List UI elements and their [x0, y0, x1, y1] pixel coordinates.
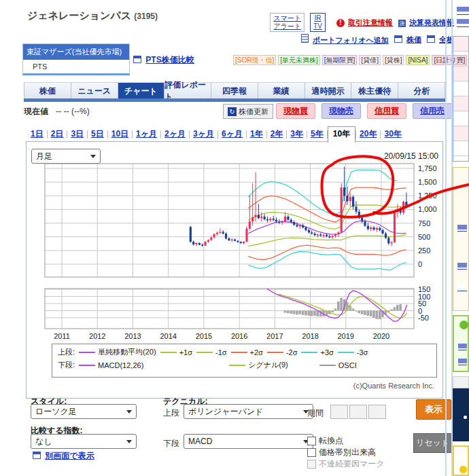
checkbox-box[interactable] — [307, 437, 316, 445]
checkbox-転換点[interactable]: 転換点 — [307, 435, 343, 447]
svg-text:2017: 2017 — [266, 332, 283, 340]
period-30年[interactable]: 30年 — [381, 128, 404, 142]
current-price-row: 現在値 -- -- (--%) — [24, 106, 90, 117]
svg-text:750: 750 — [418, 219, 430, 227]
tab-適時開示[interactable]: 適時開示 — [305, 83, 352, 99]
period-20年[interactable]: 20年 — [356, 128, 380, 142]
popup-window-icon — [427, 35, 435, 43]
legend-label: 単純移動平均(20) — [98, 347, 156, 357]
kabuka-link[interactable]: 株価 — [394, 35, 421, 45]
nav-underline — [24, 98, 445, 102]
period-6ヶ月[interactable]: 6ヶ月 — [218, 128, 246, 142]
legend-item: -3σ — [338, 348, 368, 356]
legend-swatch — [338, 352, 354, 353]
legend-item: -1σ — [196, 348, 227, 356]
style-select[interactable]: ローソク足 — [31, 404, 137, 419]
period-10年[interactable]: 10年 — [328, 126, 355, 143]
stock-chart-page: ジェネレーションパス (3195) スマート アラート IR TV ! 取引注意… — [0, 0, 469, 476]
legend-item: +2σ — [231, 348, 263, 356]
copyright: (c)Quants Research Inc. — [353, 382, 434, 390]
legend-item: 単純移動平均(20) — [79, 347, 156, 357]
document-icon — [301, 34, 309, 43]
current-price-value: -- — [56, 107, 61, 116]
sidebar-row-partial — [453, 37, 468, 52]
compare-select[interactable]: なし — [31, 434, 137, 449]
attribute-tag: [NISA] — [406, 55, 430, 65]
market-selector: 東証マザーズ(当社優先市場) PTS — [22, 43, 130, 75]
period-2年[interactable]: 2年 — [267, 128, 287, 142]
period-5年[interactable]: 5年 — [307, 128, 327, 142]
svg-text:2012: 2012 — [89, 332, 105, 340]
period-3日[interactable]: 3日 — [67, 128, 87, 142]
svg-text:2011: 2011 — [54, 332, 70, 340]
legend-item: -2σ — [267, 348, 298, 356]
portfolio-add-link[interactable]: ポートフォリオへ追加 — [301, 34, 389, 45]
trade-buttons: 現物買現物売信用買信用売 — [276, 103, 452, 119]
market-primary[interactable]: 東証マザーズ(当社優先市場) — [23, 44, 129, 60]
trade-button-信用買[interactable]: 信用買 — [367, 103, 406, 119]
period-1年[interactable]: 1年 — [247, 128, 266, 142]
tab-株価[interactable]: 株価 — [24, 83, 71, 99]
tab-分析[interactable]: 分析 — [398, 83, 445, 99]
attribute-tag: [単元未満株] — [278, 55, 320, 65]
smart-alert-button[interactable]: スマート アラート — [270, 13, 305, 32]
lower-indicator-select[interactable]: MACD — [184, 434, 313, 449]
period-1日[interactable]: 1日 — [27, 128, 47, 142]
tab-株主優待[interactable]: 株主優待 — [351, 83, 398, 99]
period-10日[interactable]: 10日 — [108, 128, 132, 142]
period-1ヶ月[interactable]: 1ヶ月 — [133, 128, 160, 142]
checkbox-box[interactable] — [307, 448, 316, 457]
period-2日[interactable]: 2日 — [48, 128, 67, 142]
svg-text:1,250: 1,250 — [418, 191, 437, 200]
legend-swatch — [319, 365, 336, 366]
sidebar-yellow-box-partial — [453, 445, 469, 476]
open-window-link[interactable]: 別画面で表示 — [33, 450, 94, 462]
legend-swatch — [301, 352, 317, 353]
legend-swatch — [79, 352, 95, 353]
sidebar-row-partial — [453, 81, 468, 96]
caution-link[interactable]: ! 取引注意情報 — [336, 18, 393, 28]
period-param-label: 期間 — [307, 407, 324, 419]
svg-text:2013: 2013 — [124, 332, 141, 340]
ir-tv-button[interactable]: IR TV — [310, 13, 326, 32]
sidebar-link-fragment[interactable] — [457, 7, 469, 15]
attribute-tag: [SOR現・信] — [233, 55, 276, 65]
tab-チャート[interactable]: チャート — [118, 83, 165, 99]
svg-text:50: 50 — [418, 299, 426, 308]
upper-indicator-select[interactable]: ボリンジャーバンド — [184, 404, 313, 419]
svg-text:1,750: 1,750 — [418, 164, 437, 172]
svg-text:1,000: 1,000 — [418, 205, 437, 213]
tab-ニュース[interactable]: ニュース — [71, 83, 118, 99]
sidebar-link-fragment[interactable] — [457, 19, 469, 27]
svg-text:0: 0 — [418, 307, 422, 315]
legend-label: +3σ — [320, 348, 333, 356]
tab-評価レポート[interactable]: 評価レポート — [164, 83, 211, 99]
period-5日[interactable]: 5日 — [88, 128, 107, 142]
sidebar-row-partial — [453, 126, 468, 141]
trade-button-現物買[interactable]: 現物買 — [276, 103, 315, 119]
svg-text:0: 0 — [418, 260, 422, 268]
period-2ヶ月[interactable]: 2ヶ月 — [161, 128, 189, 142]
checkbox-価格帯別出来高[interactable]: 価格帯別出来高 — [307, 447, 376, 458]
period-3ヶ月[interactable]: 3ヶ月 — [190, 128, 218, 142]
svg-text:2020: 2020 — [373, 332, 389, 340]
period-input-3[interactable] — [368, 405, 386, 419]
period-input-2[interactable] — [349, 405, 367, 419]
legend-item: OSCI — [319, 361, 357, 369]
sidebar-banner-partial — [453, 388, 469, 441]
pts-compare-link[interactable]: PTS株価比較 — [133, 54, 194, 66]
upper-row-label: 上段 — [163, 407, 179, 419]
alert-icon: ! — [336, 19, 345, 27]
trade-button-現物売[interactable]: 現物売 — [322, 103, 361, 119]
sidebar-info-box-partial — [453, 167, 469, 311]
market-pts[interactable]: PTS — [23, 60, 129, 73]
legend-label: シグナル(9) — [248, 360, 288, 370]
tab-業績[interactable]: 業績 — [258, 83, 305, 99]
sidebar-row-partial — [453, 67, 468, 81]
zenban-link[interactable]: 全板 — [427, 35, 454, 45]
period-3年[interactable]: 3年 — [287, 128, 307, 142]
chart-container: 月足 20/09/15 15:00 02505007501,0001,2501,… — [26, 141, 443, 399]
period-input-1[interactable] — [330, 405, 348, 419]
refresh-quote-button[interactable]: ↻ 株価更新 — [223, 104, 273, 119]
tab-四季報[interactable]: 四季報 — [211, 83, 258, 99]
